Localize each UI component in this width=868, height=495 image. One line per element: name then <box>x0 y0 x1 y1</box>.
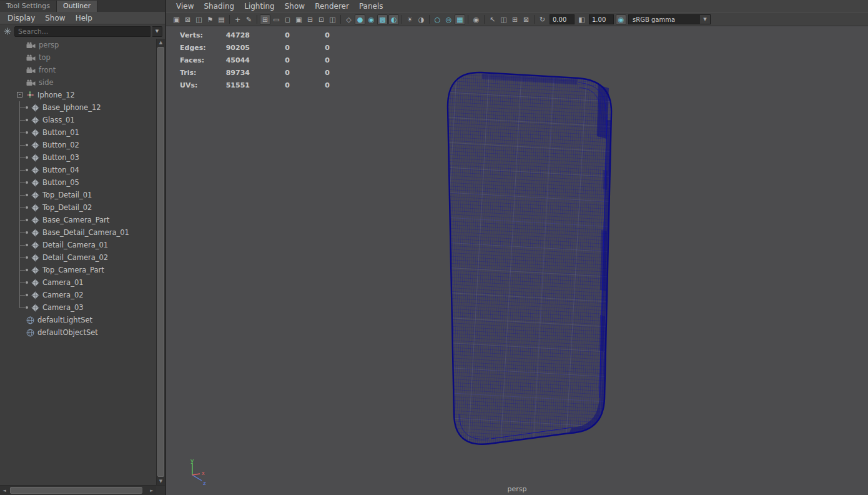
motion-blur-icon[interactable]: ◎ <box>443 14 454 25</box>
outliner-horizontal-scrollbar[interactable]: ◄ ► <box>0 485 165 495</box>
multisample-aa-icon[interactable]: ▦ <box>455 14 465 25</box>
outliner-item-iphone-12[interactable]: -Iphone_12 <box>0 89 156 101</box>
exposure-field[interactable] <box>550 14 575 24</box>
resolution-gate-icon[interactable]: ◻ <box>282 14 293 25</box>
y-axis-label: y <box>190 458 194 464</box>
outliner-item-persp[interactable]: persp <box>0 39 156 51</box>
horizontal-scroll-thumb[interactable] <box>10 487 142 494</box>
outliner-item-base-detail-camera-01[interactable]: Base_Detail_Camera_01 <box>0 226 156 239</box>
outliner-menubar: DisplayShowHelp <box>0 12 165 24</box>
grease-pencil-icon[interactable]: ✎ <box>244 14 254 25</box>
refresh-icon[interactable]: ↻ <box>537 14 548 25</box>
camera-attributes-icon[interactable]: ◫ <box>194 14 204 25</box>
menu-panels[interactable]: Panels <box>354 1 388 11</box>
tab-tool-settings[interactable]: Tool Settings <box>0 1 57 12</box>
view-transform-select[interactable]: sRGB gamma▼ <box>628 14 711 24</box>
viewport-menubar: ViewShadingLightingShowRendererPanels <box>166 0 868 12</box>
outliner-item-button-01[interactable]: Button_01 <box>0 126 156 139</box>
outliner-item-base-camera-part[interactable]: Base_Camera_Part <box>0 214 156 226</box>
menu-help[interactable]: Help <box>71 13 97 23</box>
lock-camera-icon[interactable]: ⊠ <box>182 14 193 25</box>
color-managed-icon[interactable]: ◉ <box>616 14 626 25</box>
outliner-item-front[interactable]: front <box>0 64 156 76</box>
gamma-field[interactable] <box>589 14 614 24</box>
outliner-item-detail-camera-01[interactable]: Detail_Camera_01 <box>0 239 156 251</box>
menu-shading[interactable]: Shading <box>199 1 239 11</box>
search-input[interactable] <box>14 26 150 37</box>
safe-title-icon[interactable]: ◫ <box>327 14 338 25</box>
shadows-icon[interactable]: ◑ <box>416 14 427 25</box>
hud-col2: 0 <box>250 81 290 89</box>
scroll-left-icon[interactable]: ◄ <box>0 486 9 494</box>
outliner-item-button-02[interactable]: Button_02 <box>0 139 156 151</box>
ambient-occlusion-icon[interactable]: ○ <box>432 14 443 25</box>
menu-show[interactable]: Show <box>280 1 310 11</box>
outliner-item-top-detail-01[interactable]: Top_Detail_01 <box>0 189 156 201</box>
toolbar-separator <box>257 15 257 24</box>
outliner-vertical-scrollbar[interactable]: ▲ ▼ <box>156 39 165 485</box>
outliner-item-top[interactable]: top <box>0 51 156 64</box>
outliner-item-top-detail-02[interactable]: Top_Detail_02 <box>0 201 156 214</box>
filter-icon[interactable] <box>2 26 12 36</box>
outliner-item-top-camera-part[interactable]: Top_Camera_Part <box>0 264 156 276</box>
outliner-item-button-05[interactable]: Button_05 <box>0 176 156 189</box>
mesh-icon <box>31 291 39 299</box>
outliner-item-camera-03[interactable]: Camera_03 <box>0 301 156 314</box>
hierarchy-connector-dot <box>26 194 28 196</box>
transform-icon <box>26 91 34 99</box>
wireframe-on-shaded-icon[interactable]: ◉ <box>366 14 377 25</box>
hierarchy-connector-dot <box>26 231 28 234</box>
expand-collapse-toggle[interactable]: - <box>17 92 22 98</box>
toolbar-separator <box>340 15 341 24</box>
vertical-scroll-thumb[interactable] <box>157 47 164 477</box>
film-gate-icon[interactable]: ▭ <box>271 14 282 25</box>
tab-outliner[interactable]: Outliner <box>57 1 97 12</box>
outliner-item-camera-01[interactable]: Camera_01 <box>0 276 156 289</box>
gate-mask-icon[interactable]: ▣ <box>293 14 304 25</box>
outliner-item-defaultlightset[interactable]: defaultLightSet <box>0 314 156 326</box>
all-lights-icon[interactable]: ☀ <box>405 14 415 25</box>
outliner-item-button-04[interactable]: Button_04 <box>0 164 156 176</box>
smooth-shade-mode-icon[interactable]: ● <box>355 14 365 25</box>
hierarchy-connector-dot <box>26 144 28 146</box>
select-camera-icon[interactable]: ▣ <box>171 14 182 25</box>
image-plane-icon[interactable]: ▤ <box>216 14 227 25</box>
outliner-item-label: Top_Detail_02 <box>42 203 92 212</box>
snapshot-icon[interactable]: ⊠ <box>521 14 531 25</box>
outliner-item-defaultobjectset[interactable]: defaultObjectSet <box>0 326 156 339</box>
chevron-down-icon[interactable]: ▼ <box>700 15 710 24</box>
select-tool-icon[interactable]: ↖ <box>487 14 498 25</box>
outliner-item-side[interactable]: side <box>0 76 156 89</box>
outliner-search-row: ▼ <box>0 24 165 38</box>
menu-renderer[interactable]: Renderer <box>310 1 354 11</box>
paste-view-icon[interactable]: ⊞ <box>510 14 520 25</box>
menu-view[interactable]: View <box>171 1 199 11</box>
menu-lighting[interactable]: Lighting <box>239 1 280 11</box>
copy-view-icon[interactable]: ◫ <box>498 14 509 25</box>
grid-icon[interactable]: ⊞ <box>260 14 270 25</box>
field-chart-icon[interactable]: ⊟ <box>305 14 315 25</box>
wireframe-mode-icon[interactable]: ◇ <box>343 14 354 25</box>
scroll-up-icon[interactable]: ▲ <box>157 39 165 46</box>
outliner-item-base-iphone-12[interactable]: Base_Iphone_12 <box>0 101 156 114</box>
scroll-right-icon[interactable]: ► <box>147 486 156 494</box>
bookmark-icon[interactable]: ⚑ <box>205 14 215 25</box>
search-filter-dropdown-icon[interactable]: ▼ <box>152 26 162 37</box>
viewport-3d-view[interactable]: Verts:4472800Edges:9020500Faces:4504400T… <box>166 26 868 495</box>
outliner-item-glass-01[interactable]: Glass_01 <box>0 114 156 126</box>
outliner-item-detail-camera-02[interactable]: Detail_Camera_02 <box>0 251 156 264</box>
outliner-item-label: Base_Detail_Camera_01 <box>42 228 129 237</box>
outliner-item-camera-02[interactable]: Camera_02 <box>0 289 156 301</box>
gamma-toggle-icon[interactable]: ◧ <box>576 14 587 25</box>
use-default-material-icon[interactable]: ◐ <box>388 14 399 25</box>
scroll-down-icon[interactable]: ▼ <box>157 478 165 485</box>
viewport-canvas[interactable] <box>166 26 868 495</box>
toolbar-separator <box>229 15 230 24</box>
2d-pan-zoom-icon[interactable]: + <box>232 14 243 25</box>
isolate-select-icon[interactable]: ◉ <box>471 14 481 25</box>
textured-mode-icon[interactable]: ▩ <box>377 14 388 25</box>
menu-display[interactable]: Display <box>2 13 40 23</box>
menu-show[interactable]: Show <box>40 13 70 23</box>
outliner-item-button-03[interactable]: Button_03 <box>0 151 156 164</box>
safe-action-icon[interactable]: ⊡ <box>316 14 327 25</box>
